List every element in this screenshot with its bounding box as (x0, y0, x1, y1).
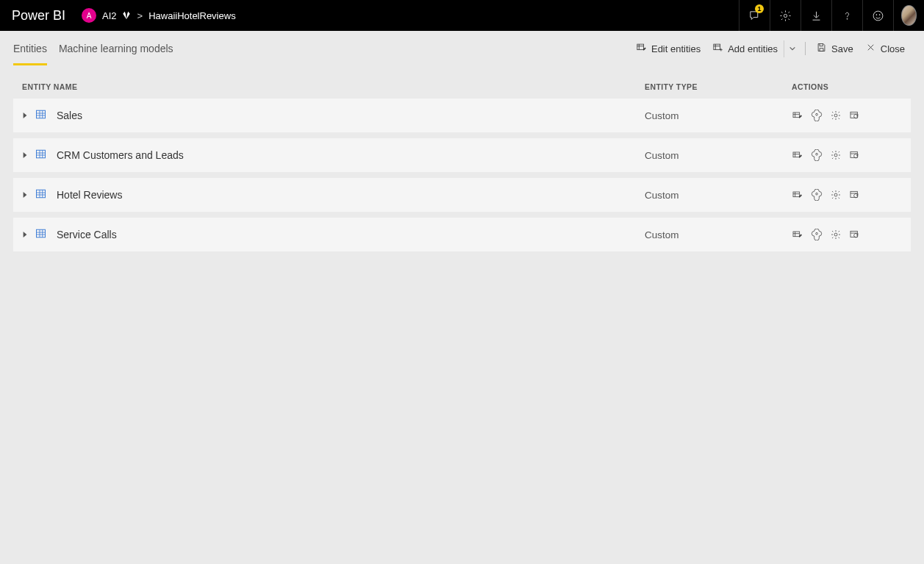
col-header-name: ENTITY NAME (22, 82, 645, 91)
content-area: ENTITY NAME ENTITY TYPE ACTIONS SalesCus… (0, 66, 924, 268)
add-entities-dropdown[interactable] (784, 40, 801, 57)
ai-insights-icon[interactable] (811, 229, 823, 240)
svg-rect-30 (793, 192, 800, 197)
table-icon (35, 149, 46, 162)
tab-ml-models[interactable]: Machine learning models (59, 32, 173, 65)
expand-icon[interactable] (22, 150, 28, 161)
rename-icon[interactable] (792, 189, 803, 201)
svg-point-1 (847, 18, 848, 19)
breadcrumb-item[interactable]: HawaiiHotelReviews (148, 10, 236, 21)
edit-entities-label: Edit entities (651, 43, 701, 54)
svg-rect-7 (37, 110, 46, 118)
svg-rect-21 (793, 152, 800, 157)
list-header: ENTITY NAME ENTITY TYPE ACTIONS (13, 76, 911, 99)
rename-icon[interactable] (792, 149, 803, 161)
svg-rect-25 (37, 190, 46, 198)
entity-row[interactable]: CRM Customers and LeadsCustom (13, 138, 911, 172)
entity-type: Custom (645, 110, 792, 121)
save-icon (816, 42, 827, 55)
refresh-icon[interactable] (849, 229, 861, 240)
entity-row[interactable]: SalesCustom (13, 99, 911, 132)
svg-point-32 (834, 193, 837, 196)
svg-point-14 (834, 114, 837, 117)
svg-rect-5 (637, 44, 644, 50)
table-icon (35, 228, 46, 241)
expand-icon[interactable] (22, 110, 28, 121)
entity-name: Sales (57, 110, 82, 121)
breadcrumb-separator: > (137, 10, 143, 21)
svg-point-22 (816, 153, 818, 155)
settings-icon[interactable] (830, 229, 842, 240)
svg-point-31 (816, 193, 818, 195)
page-toolbar: Entities Machine learning models Edit en… (0, 31, 924, 66)
notification-badge: 1 (755, 4, 764, 13)
settings-icon[interactable] (830, 189, 842, 201)
svg-point-0 (784, 14, 787, 17)
edit-entities-icon (636, 42, 647, 55)
workspace-name[interactable]: AI2 (102, 10, 117, 21)
settings-icon[interactable] (830, 110, 842, 121)
svg-point-41 (834, 233, 837, 236)
rename-icon[interactable] (792, 110, 803, 121)
table-icon (35, 109, 46, 122)
ai-insights-icon[interactable] (811, 110, 823, 121)
col-header-type: ENTITY TYPE (645, 82, 792, 91)
account-button[interactable] (893, 0, 924, 31)
refresh-icon[interactable] (849, 149, 861, 161)
add-entities-icon (712, 42, 723, 55)
close-label: Close (881, 43, 905, 54)
svg-rect-34 (37, 229, 46, 238)
save-label: Save (831, 43, 853, 54)
svg-rect-16 (37, 150, 46, 158)
expand-icon[interactable] (22, 190, 28, 201)
settings-button[interactable] (770, 0, 801, 31)
brand-title: Power BI (12, 8, 65, 24)
entity-type: Custom (645, 190, 792, 201)
svg-rect-39 (793, 232, 800, 237)
notifications-button[interactable]: 1 (739, 0, 770, 31)
entity-row[interactable]: Service CallsCustom (13, 218, 911, 251)
expand-icon[interactable] (22, 229, 28, 240)
close-icon (865, 42, 876, 55)
download-button[interactable] (801, 0, 831, 31)
add-entities-button[interactable]: Add entities (706, 39, 784, 58)
help-button[interactable] (831, 0, 862, 31)
workspace-badge[interactable]: A (82, 8, 96, 23)
feedback-button[interactable] (862, 0, 893, 31)
entity-row[interactable]: Hotel ReviewsCustom (13, 178, 911, 212)
entity-name: Hotel Reviews (57, 189, 122, 201)
edit-entities-button[interactable]: Edit entities (630, 39, 706, 58)
tab-entities[interactable]: Entities (13, 32, 47, 65)
save-button[interactable]: Save (810, 39, 859, 58)
col-header-actions: ACTIONS (792, 82, 902, 91)
entity-name: CRM Customers and Leads (57, 149, 184, 161)
svg-rect-6 (714, 44, 720, 50)
entity-list: SalesCustomCRM Customers and LeadsCustom… (13, 99, 911, 251)
svg-point-23 (834, 154, 837, 157)
svg-rect-12 (793, 113, 800, 118)
avatar (901, 5, 917, 26)
entity-name: Service Calls (57, 229, 117, 240)
refresh-icon[interactable] (849, 110, 861, 121)
refresh-icon[interactable] (849, 189, 861, 201)
svg-point-3 (876, 14, 877, 15)
ai-insights-icon[interactable] (811, 189, 823, 201)
svg-point-2 (873, 11, 883, 21)
svg-point-4 (879, 14, 880, 15)
entity-type: Custom (645, 229, 792, 240)
diamond-icon (121, 10, 132, 21)
table-icon (35, 188, 46, 201)
rename-icon[interactable] (792, 229, 803, 240)
svg-point-40 (816, 232, 818, 235)
app-header: Power BI A AI2 > HawaiiHotelReviews 1 (0, 0, 924, 31)
ai-insights-icon[interactable] (811, 149, 823, 161)
close-button[interactable]: Close (859, 39, 911, 58)
entity-type: Custom (645, 150, 792, 161)
tabs: Entities Machine learning models (13, 32, 173, 65)
svg-point-13 (816, 113, 818, 115)
add-entities-label: Add entities (728, 43, 778, 54)
toolbar-separator (805, 42, 806, 55)
settings-icon[interactable] (830, 149, 842, 161)
